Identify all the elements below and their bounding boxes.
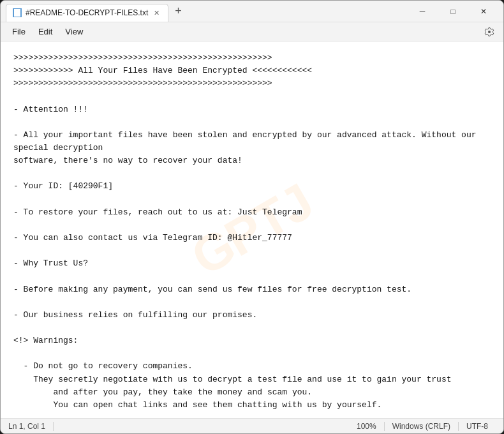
file-menu[interactable]: File [6, 24, 32, 39]
main-window: #README-TO-DECRYPT-FILES.txt ✕ + ─ □ ✕ F… [0, 0, 504, 434]
zoom-level: 100% [357, 422, 385, 431]
file-icon [13, 8, 22, 17]
view-menu[interactable]: View [59, 24, 89, 39]
close-button[interactable]: ✕ [469, 2, 498, 21]
window-controls: ─ □ ✕ [408, 2, 498, 21]
title-bar: #README-TO-DECRYPT-FILES.txt ✕ + ─ □ ✕ [1, 1, 503, 22]
text-editor-area[interactable]: GPTJ >>>>>>>>>>>>>>>>>>>>>>>>>>>>>>>>>>>… [1, 41, 503, 418]
file-content: >>>>>>>>>>>>>>>>>>>>>>>>>>>>>>>>>>>>>>>>… [13, 52, 491, 418]
tab-area: #README-TO-DECRYPT-FILES.txt ✕ + [6, 1, 408, 22]
file-icon-inner [14, 9, 20, 17]
menu-bar: File Edit View [1, 22, 503, 41]
status-bar: Ln 1, Col 1 100% Windows (CRLF) UTF-8 [1, 418, 503, 433]
maximize-button[interactable]: □ [438, 2, 468, 21]
encoding: UTF-8 [459, 422, 496, 431]
minimize-button[interactable]: ─ [408, 2, 437, 21]
active-tab[interactable]: #README-TO-DECRYPT-FILES.txt ✕ [6, 4, 168, 22]
tab-label: #README-TO-DECRYPT-FILES.txt [26, 8, 148, 17]
settings-icon[interactable] [480, 23, 498, 41]
status-right: 100% Windows (CRLF) UTF-8 [357, 422, 496, 431]
edit-menu[interactable]: Edit [32, 24, 59, 39]
line-ending: Windows (CRLF) [385, 422, 459, 431]
cursor-position: Ln 1, Col 1 [8, 422, 54, 431]
new-tab-button[interactable]: + [171, 4, 186, 18]
file-text: >>>>>>>>>>>>>>>>>>>>>>>>>>>>>>>>>>>>>>>>… [13, 52, 491, 418]
tab-close-button[interactable]: ✕ [152, 8, 161, 19]
